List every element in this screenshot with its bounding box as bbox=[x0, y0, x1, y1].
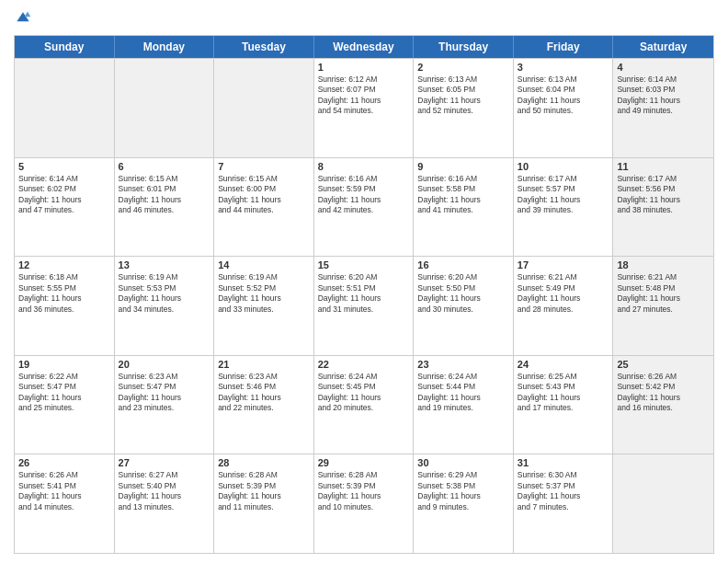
day-info: Sunrise: 6:19 AM Sunset: 5:53 PM Dayligh… bbox=[119, 272, 210, 315]
cal-cell: 6Sunrise: 6:15 AM Sunset: 6:01 PM Daylig… bbox=[115, 158, 215, 257]
day-number: 3 bbox=[518, 62, 609, 73]
header-day-thursday: Thursday bbox=[414, 36, 514, 58]
day-number: 27 bbox=[119, 457, 210, 468]
cal-cell: 27Sunrise: 6:27 AM Sunset: 5:40 PM Dayli… bbox=[115, 454, 215, 553]
page: SundayMondayTuesdayWednesdayThursdayFrid… bbox=[0, 0, 728, 563]
cal-cell: 4Sunrise: 6:14 AM Sunset: 6:03 PM Daylig… bbox=[613, 59, 713, 157]
day-number: 29 bbox=[318, 457, 410, 468]
cal-cell: 20Sunrise: 6:23 AM Sunset: 5:47 PM Dayli… bbox=[115, 356, 215, 454]
day-info: Sunrise: 6:16 AM Sunset: 5:58 PM Dayligh… bbox=[417, 174, 509, 216]
day-number: 15 bbox=[318, 259, 410, 270]
week-row-4: 19Sunrise: 6:22 AM Sunset: 5:47 PM Dayli… bbox=[15, 355, 713, 454]
day-info: Sunrise: 6:26 AM Sunset: 5:41 PM Dayligh… bbox=[18, 470, 110, 512]
cal-cell: 7Sunrise: 6:15 AM Sunset: 6:00 PM Daylig… bbox=[214, 158, 314, 257]
day-info: Sunrise: 6:21 AM Sunset: 5:48 PM Dayligh… bbox=[617, 272, 710, 315]
cal-cell: 18Sunrise: 6:21 AM Sunset: 5:48 PM Dayli… bbox=[613, 257, 713, 355]
cal-cell: 2Sunrise: 6:13 AM Sunset: 6:05 PM Daylig… bbox=[414, 59, 514, 157]
day-info: Sunrise: 6:14 AM Sunset: 6:02 PM Dayligh… bbox=[18, 174, 110, 216]
cal-cell: 15Sunrise: 6:20 AM Sunset: 5:51 PM Dayli… bbox=[314, 257, 415, 355]
cal-cell: 16Sunrise: 6:20 AM Sunset: 5:50 PM Dayli… bbox=[414, 257, 514, 355]
day-number: 18 bbox=[617, 259, 710, 270]
day-number: 4 bbox=[617, 62, 710, 73]
header-day-sunday: Sunday bbox=[15, 36, 115, 58]
day-info: Sunrise: 6:29 AM Sunset: 5:38 PM Dayligh… bbox=[417, 470, 509, 512]
day-info: Sunrise: 6:26 AM Sunset: 5:42 PM Dayligh… bbox=[617, 372, 710, 414]
day-number: 11 bbox=[617, 161, 710, 172]
day-info: Sunrise: 6:15 AM Sunset: 6:01 PM Dayligh… bbox=[119, 174, 210, 216]
calendar: SundayMondayTuesdayWednesdayThursdayFrid… bbox=[14, 35, 714, 554]
cal-cell: 22Sunrise: 6:24 AM Sunset: 5:45 PM Dayli… bbox=[314, 356, 415, 454]
header-day-friday: Friday bbox=[514, 36, 614, 58]
cal-cell bbox=[15, 59, 115, 157]
header-day-saturday: Saturday bbox=[613, 36, 713, 58]
day-info: Sunrise: 6:17 AM Sunset: 5:56 PM Dayligh… bbox=[617, 174, 710, 216]
cal-cell: 26Sunrise: 6:26 AM Sunset: 5:41 PM Dayli… bbox=[15, 454, 115, 553]
header-day-tuesday: Tuesday bbox=[214, 36, 314, 58]
header bbox=[14, 9, 714, 28]
day-info: Sunrise: 6:19 AM Sunset: 5:52 PM Dayligh… bbox=[218, 272, 310, 315]
cal-cell: 8Sunrise: 6:16 AM Sunset: 5:59 PM Daylig… bbox=[314, 158, 415, 257]
day-info: Sunrise: 6:25 AM Sunset: 5:43 PM Dayligh… bbox=[518, 372, 609, 414]
week-row-3: 12Sunrise: 6:18 AM Sunset: 5:55 PM Dayli… bbox=[15, 256, 713, 355]
day-number: 2 bbox=[417, 62, 509, 73]
cal-cell bbox=[613, 454, 713, 553]
day-number: 19 bbox=[18, 359, 110, 370]
day-info: Sunrise: 6:27 AM Sunset: 5:40 PM Dayligh… bbox=[119, 470, 210, 512]
header-day-wednesday: Wednesday bbox=[314, 36, 415, 58]
cal-cell: 17Sunrise: 6:21 AM Sunset: 5:49 PM Dayli… bbox=[514, 257, 614, 355]
cal-cell: 23Sunrise: 6:24 AM Sunset: 5:44 PM Dayli… bbox=[414, 356, 514, 454]
cal-cell: 29Sunrise: 6:28 AM Sunset: 5:39 PM Dayli… bbox=[314, 454, 415, 553]
cal-cell: 9Sunrise: 6:16 AM Sunset: 5:58 PM Daylig… bbox=[414, 158, 514, 257]
day-info: Sunrise: 6:28 AM Sunset: 5:39 PM Dayligh… bbox=[318, 470, 410, 512]
cal-cell: 19Sunrise: 6:22 AM Sunset: 5:47 PM Dayli… bbox=[15, 356, 115, 454]
day-number: 8 bbox=[318, 161, 410, 172]
day-number: 20 bbox=[119, 359, 210, 370]
cal-cell: 3Sunrise: 6:13 AM Sunset: 6:04 PM Daylig… bbox=[514, 59, 614, 157]
day-info: Sunrise: 6:20 AM Sunset: 5:50 PM Dayligh… bbox=[417, 272, 509, 315]
day-number: 13 bbox=[119, 259, 210, 270]
cal-cell: 11Sunrise: 6:17 AM Sunset: 5:56 PM Dayli… bbox=[613, 158, 713, 257]
day-number: 28 bbox=[218, 457, 310, 468]
day-number: 14 bbox=[218, 259, 310, 270]
day-info: Sunrise: 6:16 AM Sunset: 5:59 PM Dayligh… bbox=[318, 174, 410, 216]
logo-icon bbox=[14, 9, 32, 28]
calendar-body: 1Sunrise: 6:12 AM Sunset: 6:07 PM Daylig… bbox=[15, 58, 713, 553]
week-row-1: 1Sunrise: 6:12 AM Sunset: 6:07 PM Daylig… bbox=[15, 58, 713, 157]
day-info: Sunrise: 6:23 AM Sunset: 5:46 PM Dayligh… bbox=[218, 372, 310, 414]
week-row-2: 5Sunrise: 6:14 AM Sunset: 6:02 PM Daylig… bbox=[15, 157, 713, 257]
day-info: Sunrise: 6:13 AM Sunset: 6:04 PM Dayligh… bbox=[518, 75, 609, 117]
day-info: Sunrise: 6:23 AM Sunset: 5:47 PM Dayligh… bbox=[119, 372, 210, 414]
day-number: 10 bbox=[518, 161, 609, 172]
day-number: 7 bbox=[218, 161, 310, 172]
calendar-header: SundayMondayTuesdayWednesdayThursdayFrid… bbox=[15, 36, 713, 58]
cal-cell: 12Sunrise: 6:18 AM Sunset: 5:55 PM Dayli… bbox=[15, 257, 115, 355]
day-info: Sunrise: 6:28 AM Sunset: 5:39 PM Dayligh… bbox=[218, 470, 310, 512]
day-info: Sunrise: 6:24 AM Sunset: 5:44 PM Dayligh… bbox=[417, 372, 509, 414]
day-info: Sunrise: 6:24 AM Sunset: 5:45 PM Dayligh… bbox=[318, 372, 410, 414]
cal-cell: 13Sunrise: 6:19 AM Sunset: 5:53 PM Dayli… bbox=[115, 257, 215, 355]
day-number: 24 bbox=[518, 359, 609, 370]
day-number: 21 bbox=[218, 359, 310, 370]
cal-cell: 25Sunrise: 6:26 AM Sunset: 5:42 PM Dayli… bbox=[613, 356, 713, 454]
logo bbox=[14, 9, 36, 28]
day-info: Sunrise: 6:17 AM Sunset: 5:57 PM Dayligh… bbox=[518, 174, 609, 216]
cal-cell: 31Sunrise: 6:30 AM Sunset: 5:37 PM Dayli… bbox=[514, 454, 614, 553]
svg-marker-1 bbox=[25, 12, 31, 17]
day-number: 26 bbox=[18, 457, 110, 468]
day-info: Sunrise: 6:15 AM Sunset: 6:00 PM Dayligh… bbox=[218, 174, 310, 216]
day-number: 31 bbox=[518, 457, 609, 468]
day-info: Sunrise: 6:12 AM Sunset: 6:07 PM Dayligh… bbox=[318, 75, 410, 117]
day-info: Sunrise: 6:14 AM Sunset: 6:03 PM Dayligh… bbox=[617, 75, 710, 117]
day-number: 12 bbox=[18, 259, 110, 270]
cal-cell bbox=[214, 59, 314, 157]
day-number: 1 bbox=[318, 62, 410, 73]
cal-cell: 30Sunrise: 6:29 AM Sunset: 5:38 PM Dayli… bbox=[414, 454, 514, 553]
day-number: 25 bbox=[617, 359, 710, 370]
week-row-5: 26Sunrise: 6:26 AM Sunset: 5:41 PM Dayli… bbox=[15, 454, 713, 553]
day-number: 6 bbox=[119, 161, 210, 172]
day-number: 5 bbox=[18, 161, 110, 172]
day-number: 16 bbox=[417, 259, 509, 270]
day-info: Sunrise: 6:30 AM Sunset: 5:37 PM Dayligh… bbox=[518, 470, 609, 512]
cal-cell: 5Sunrise: 6:14 AM Sunset: 6:02 PM Daylig… bbox=[15, 158, 115, 257]
day-info: Sunrise: 6:21 AM Sunset: 5:49 PM Dayligh… bbox=[518, 272, 609, 315]
